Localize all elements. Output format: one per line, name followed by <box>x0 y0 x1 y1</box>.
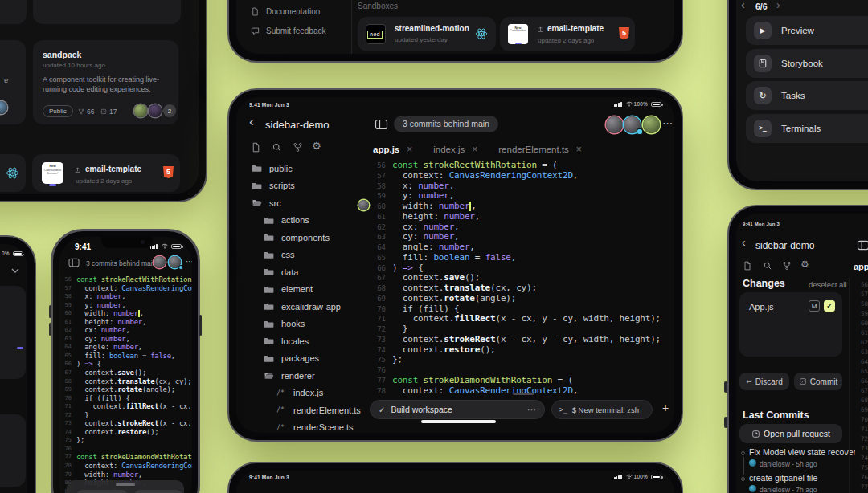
tree-item-packages[interactable]: packages <box>236 350 369 368</box>
card-partial[interactable] <box>0 0 27 24</box>
search-icon[interactable] <box>763 261 772 271</box>
fork-icon[interactable] <box>293 142 303 153</box>
tree-item-excalidraw-app[interactable]: excalidraw-app <box>236 298 369 316</box>
bottom-bar-handle[interactable] <box>513 393 534 395</box>
code-line[interactable]: 67 context.save(); <box>59 369 192 377</box>
branch-status-badge[interactable]: 3 commits behind main <box>394 116 498 132</box>
code-line[interactable]: 73 context.strokeRect(x - cx, y - cy, wi… <box>59 419 192 428</box>
tree-item-scripts[interactable]: scripts <box>236 177 369 195</box>
sidebar-toggle-icon[interactable] <box>68 258 80 267</box>
code-line[interactable]: 71 context.fillRect(x - cx, y - cy, widt… <box>59 402 192 411</box>
code-line[interactable]: 70 if (fill) { <box>59 394 192 403</box>
sheet-pill[interactable] <box>134 490 182 493</box>
code-line[interactable]: 68 context.translate(cx, cy); <box>59 377 192 386</box>
email-template-card[interactable]: New CodeSandbox Discover! email-template… <box>32 154 180 192</box>
close-icon[interactable]: × <box>407 144 412 155</box>
avatar[interactable] <box>169 256 181 268</box>
tab-app-js[interactable]: app.js× <box>373 144 412 155</box>
sandpack-card[interactable]: sandpack updated 10 hours ago A componen… <box>33 40 178 124</box>
code-line[interactable]: 69 context.rotate(angle); <box>59 385 192 394</box>
code-line[interactable]: 65 fill: boolean = false, <box>59 352 192 361</box>
code-line[interactable]: 76 <box>59 445 192 454</box>
gear-icon[interactable]: ⚙ <box>312 140 321 152</box>
changed-file-name[interactable]: App.js <box>749 302 774 312</box>
sandbox-card-email-template[interactable]: New CodeSandbox email-template updated 2… <box>500 17 635 51</box>
code-line[interactable]: 71 context.fillRect(x - cx, y - cy, widt… <box>370 314 673 324</box>
code-line[interactable]: 58 x: number, <box>59 292 192 301</box>
chevron-down-icon[interactable] <box>11 268 19 273</box>
sidebar-menu-item-feedback[interactable]: Submit feedback <box>251 26 326 35</box>
code-line[interactable]: 62 cx: number, <box>59 326 192 335</box>
code-line[interactable]: 63 cy: number, <box>59 335 192 344</box>
tree-item-element[interactable]: element <box>236 281 369 299</box>
card-partial-left[interactable] <box>0 154 26 192</box>
new-file-icon[interactable] <box>743 261 752 271</box>
sidebar-toggle-icon[interactable] <box>375 119 388 130</box>
more-options-icon[interactable]: ⋯ <box>527 405 536 415</box>
code-line[interactable]: 61 height: number, <box>59 318 192 327</box>
more-options-icon[interactable]: ⋯ <box>186 257 192 266</box>
tab-app[interactable]: app <box>854 262 868 271</box>
tree-item-actions[interactable]: actions <box>236 212 369 230</box>
file-checkbox[interactable]: ✓ <box>824 300 835 312</box>
new-file-icon[interactable] <box>251 142 261 153</box>
menu-item-storybook[interactable]: Storybook <box>746 49 868 78</box>
code-line[interactable]: 78 context: CanvasRenderingContext2D, <box>59 462 192 471</box>
code-line[interactable]: 75}; <box>370 355 673 365</box>
commit-message[interactable]: create gitpanel file <box>749 473 855 483</box>
code-line[interactable]: 59 y: number, <box>59 301 192 310</box>
code-line[interactable]: 79 width: number, <box>59 471 192 479</box>
close-icon[interactable]: × <box>576 144 582 155</box>
commit-button[interactable]: Commit <box>794 373 842 390</box>
back-icon[interactable]: ‹ <box>741 0 745 11</box>
forward-icon[interactable]: › <box>776 0 780 11</box>
avatar[interactable] <box>624 116 641 133</box>
menu-item-preview[interactable]: ▶Preview <box>746 16 868 45</box>
code-line[interactable]: 56const strokeRectWithRotation = ( <box>59 275 192 284</box>
code-line[interactable]: 60 width: number, <box>59 309 192 318</box>
code-editor[interactable]: 56const strokeRectWithRotation = (57 con… <box>59 275 192 493</box>
code-line[interactable]: 75}; <box>59 436 192 445</box>
search-icon[interactable] <box>272 142 282 153</box>
tree-item-css[interactable]: css <box>236 246 369 264</box>
avatar[interactable] <box>643 116 660 133</box>
code-line[interactable]: 77const strokeDiamondWithRotation = ( <box>59 453 192 462</box>
tab-index-js[interactable]: index.js× <box>433 144 477 155</box>
tree-item-renderelement-ts[interactable]: /*renderElement.ts <box>236 401 369 419</box>
sidebar-menu-item-documentation[interactable]: Documentation <box>251 7 320 16</box>
sheet-pill[interactable] <box>76 490 128 493</box>
back-icon[interactable]: ‹ <box>742 236 746 249</box>
fork-icon[interactable] <box>782 261 792 271</box>
add-terminal-button[interactable]: + <box>662 401 669 414</box>
commit-message[interactable]: Fix Model view state recovering <box>749 447 855 457</box>
close-icon[interactable]: × <box>472 144 477 155</box>
code-line[interactable]: 64 angle: number, <box>59 343 192 352</box>
menu-item-terminals[interactable]: >_Terminals <box>746 114 868 143</box>
tree-item-hooks[interactable]: hooks <box>236 316 369 333</box>
discard-button[interactable]: ↩ Discard <box>739 373 789 390</box>
code-line[interactable]: 74 context.restore(); <box>59 428 192 437</box>
menu-item-tasks[interactable]: ↻Tasks <box>746 81 868 110</box>
sidebar-toggle-icon[interactable] <box>857 240 868 251</box>
tree-item-renderer[interactable]: renderer <box>236 367 369 385</box>
gear-icon[interactable]: ⚙ <box>800 259 809 270</box>
card-partial[interactable] <box>33 0 181 24</box>
tree-item-renderscene-ts[interactable]: /*renderScene.ts <box>236 419 369 434</box>
card-partial-left[interactable]: e <box>0 40 26 124</box>
avatar[interactable] <box>606 116 623 133</box>
back-icon[interactable]: ‹ <box>249 114 254 130</box>
sheet-handle[interactable] <box>116 483 135 486</box>
avatar[interactable] <box>154 256 166 268</box>
tree-item-src[interactable]: src <box>236 194 369 212</box>
tree-item-public[interactable]: public <box>236 160 369 177</box>
tab-renderelement-ts[interactable]: renderElement.ts× <box>498 144 582 155</box>
open-pull-request-button[interactable]: Open pull request <box>739 424 842 443</box>
tree-item-locales[interactable]: locales <box>236 332 369 350</box>
more-options-icon[interactable]: ⋯ <box>662 117 673 129</box>
code-editor[interactable]: 56const strokeRectWithRotation = (57 con… <box>370 161 673 398</box>
code-line[interactable]: 66) => { <box>59 360 192 369</box>
sandbox-card-streamlined-motion[interactable]: ned streamlined-motion updated yesterday <box>358 17 496 51</box>
tree-item-index-js[interactable]: /*index.js <box>236 385 369 402</box>
terminal-pill[interactable]: >_ $ New terminal: zsh <box>551 400 653 419</box>
tree-item-components[interactable]: components <box>236 229 369 246</box>
